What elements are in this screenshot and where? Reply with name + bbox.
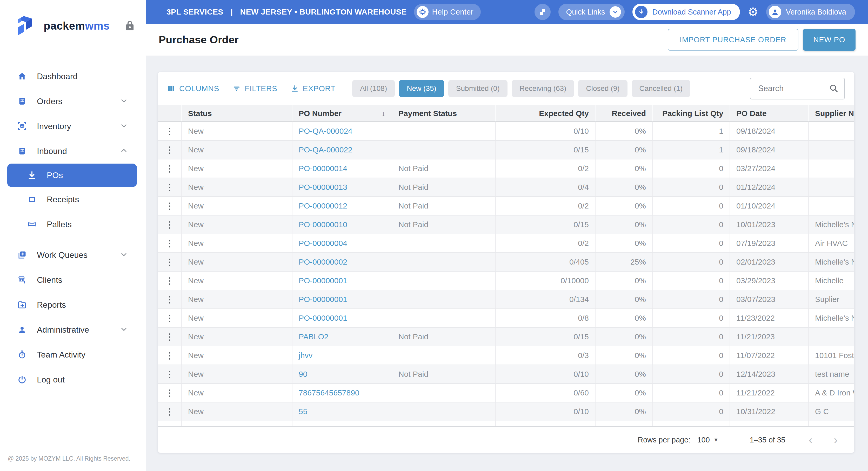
- column-header-packing-list-qty[interactable]: Packing List Qty: [653, 105, 730, 122]
- row-menu-button[interactable]: ⋮: [158, 421, 182, 426]
- filter-chip-all[interactable]: All (108): [352, 80, 395, 97]
- shortcut-button[interactable]: [534, 4, 551, 20]
- po-number-link[interactable]: PO-00000010: [299, 220, 347, 229]
- steps-icon: [539, 8, 547, 16]
- sidebar-item-inventory[interactable]: Inventory: [0, 114, 146, 139]
- po-number-link[interactable]: PO-00000014: [299, 164, 347, 173]
- import-purchase-order-button[interactable]: IMPORT PURCHASE ORDER: [668, 29, 798, 51]
- table-row: ⋮NewPO-QA-0000240/100%109/18/2024: [158, 122, 854, 141]
- user-menu[interactable]: Veronika Boldiova: [766, 4, 855, 20]
- column-header-supplier-name[interactable]: Supplier Name: [809, 105, 854, 122]
- table-row: ⋮New46014690/3000%011/30/2012Fabiano Mik: [158, 421, 854, 426]
- sidebar-item-administrative[interactable]: Administrative: [0, 317, 146, 342]
- help-center-button[interactable]: Help Center: [414, 4, 481, 20]
- cell-po-number: jhvv: [292, 346, 392, 365]
- po-number-link[interactable]: 4601469: [299, 426, 329, 426]
- column-header-expected-qty[interactable]: Expected Qty: [496, 105, 595, 122]
- row-menu-button[interactable]: ⋮: [158, 197, 182, 215]
- filter-chip-cancelled[interactable]: Cancelled (1): [632, 80, 691, 97]
- sidebar-item-label: Administrative: [37, 325, 89, 335]
- row-menu-button[interactable]: ⋮: [158, 309, 182, 327]
- cell-supplier-name: test name: [809, 365, 854, 383]
- cell-status: New: [182, 309, 292, 327]
- columns-button[interactable]: COLUMNS: [167, 84, 219, 93]
- po-number-link[interactable]: PO-QA-000024: [299, 127, 352, 135]
- sidebar-item-orders[interactable]: Orders: [0, 89, 146, 114]
- row-menu-button[interactable]: ⋮: [158, 141, 182, 159]
- warehouse-label: NEW JERSEY • BURLINGTON WAREHOUSE: [240, 7, 407, 17]
- rows-per-page-select[interactable]: 100 ▼: [697, 436, 718, 444]
- row-menu-button[interactable]: ⋮: [158, 272, 182, 290]
- cell-status: New: [182, 421, 292, 426]
- export-button[interactable]: EXPORT: [291, 84, 336, 93]
- column-header-actions[interactable]: [158, 105, 182, 122]
- sidebar-item-reports[interactable]: Reports: [0, 292, 146, 317]
- download-scanner-button[interactable]: Download Scanner App: [632, 4, 740, 20]
- po-number-link[interactable]: jhvv: [299, 351, 312, 360]
- prev-page-button[interactable]: ‹: [809, 434, 813, 445]
- filters-button[interactable]: FILTERS: [233, 84, 277, 93]
- filter-chip-submitted[interactable]: Submitted (0): [448, 80, 507, 97]
- row-menu-button[interactable]: ⋮: [158, 216, 182, 234]
- sidebar-item-pallets[interactable]: Pallets: [0, 212, 146, 237]
- row-menu-button[interactable]: ⋮: [158, 159, 182, 178]
- column-header-po-number[interactable]: PO Number↓: [292, 105, 392, 122]
- po-number-link[interactable]: PO-00000001: [299, 295, 347, 304]
- sidebar-item-work-queues[interactable]: Work Queues: [0, 243, 146, 268]
- po-number-link[interactable]: 55: [299, 407, 307, 416]
- cell-po-date: 07/19/2023: [730, 234, 809, 252]
- cell-payment-status: Not Paid: [392, 178, 496, 196]
- purchase-order-card: COLUMNS FILTERS EXPORT All (108)New (35)…: [158, 72, 854, 453]
- po-number-link[interactable]: PO-00000004: [299, 239, 347, 248]
- po-number-link[interactable]: PABLO2: [299, 332, 329, 341]
- quick-links-dropdown[interactable]: Quick Links: [558, 4, 625, 20]
- po-number-link[interactable]: PO-00000002: [299, 258, 347, 266]
- row-menu-button[interactable]: ⋮: [158, 178, 182, 196]
- sidebar-item-inbound[interactable]: Inbound: [0, 139, 146, 164]
- column-header-status[interactable]: Status: [182, 105, 292, 122]
- row-menu-button[interactable]: ⋮: [158, 253, 182, 271]
- sort-desc-icon[interactable]: ↓: [376, 109, 385, 118]
- po-number-link[interactable]: PO-00000001: [299, 276, 347, 285]
- gear-icon[interactable]: ⚙: [748, 6, 758, 18]
- cell-expected-qty: 0/10: [496, 365, 595, 383]
- row-menu-button[interactable]: ⋮: [158, 403, 182, 420]
- cell-expected-qty: 0/15: [496, 328, 595, 346]
- quick-links-label: Quick Links: [566, 8, 605, 17]
- copyright-text: @ 2025 by MOZYM LLC. All Rights Reserved…: [8, 455, 130, 462]
- row-menu-button[interactable]: ⋮: [158, 365, 182, 383]
- lock-icon[interactable]: [125, 20, 134, 32]
- po-number-link[interactable]: PO-00000012: [299, 201, 347, 210]
- row-menu-button[interactable]: ⋮: [158, 234, 182, 252]
- po-number-link[interactable]: PO-00000013: [299, 183, 347, 192]
- column-header-payment-status[interactable]: Payment Status: [392, 105, 496, 122]
- filter-chip-closed[interactable]: Closed (9): [578, 80, 627, 97]
- row-menu-button[interactable]: ⋮: [158, 346, 182, 365]
- sidebar-item-dashboard[interactable]: Dashboard: [0, 64, 146, 89]
- cell-po-date: 09/18/2024: [730, 141, 809, 159]
- filter-chip-receiving[interactable]: Receiving (63): [512, 80, 574, 97]
- po-number-link[interactable]: PO-00000001: [299, 314, 347, 322]
- row-menu-button[interactable]: ⋮: [158, 290, 182, 309]
- sidebar-item-receipts[interactable]: Receipts: [0, 187, 146, 212]
- cell-po-number: PO-QA-000024: [292, 122, 392, 140]
- po-number-link[interactable]: 78675645657890: [299, 388, 360, 397]
- filter-chip-new[interactable]: New (35): [399, 80, 444, 97]
- sidebar-item-log-out[interactable]: Log out: [0, 367, 146, 392]
- po-number-link[interactable]: 90: [299, 370, 307, 379]
- sidebar-item-label: Inbound: [37, 147, 67, 156]
- row-menu-button[interactable]: ⋮: [158, 384, 182, 402]
- sidebar-item-pos[interactable]: POs: [7, 164, 137, 187]
- sidebar-item-clients[interactable]: Clients: [0, 268, 146, 292]
- row-menu-button[interactable]: ⋮: [158, 328, 182, 346]
- next-page-button[interactable]: ›: [834, 434, 838, 445]
- cell-status: New: [182, 346, 292, 365]
- po-number-link[interactable]: PO-QA-000022: [299, 146, 352, 154]
- logout-icon: [16, 375, 28, 384]
- row-menu-button[interactable]: ⋮: [158, 122, 182, 140]
- column-header-po-date[interactable]: PO Date: [730, 105, 809, 122]
- cell-payment-status: [392, 272, 496, 290]
- sidebar-item-team-activity[interactable]: Team Activity: [0, 342, 146, 367]
- new-po-button[interactable]: NEW PO: [803, 29, 856, 51]
- column-header-received[interactable]: Received: [595, 105, 653, 122]
